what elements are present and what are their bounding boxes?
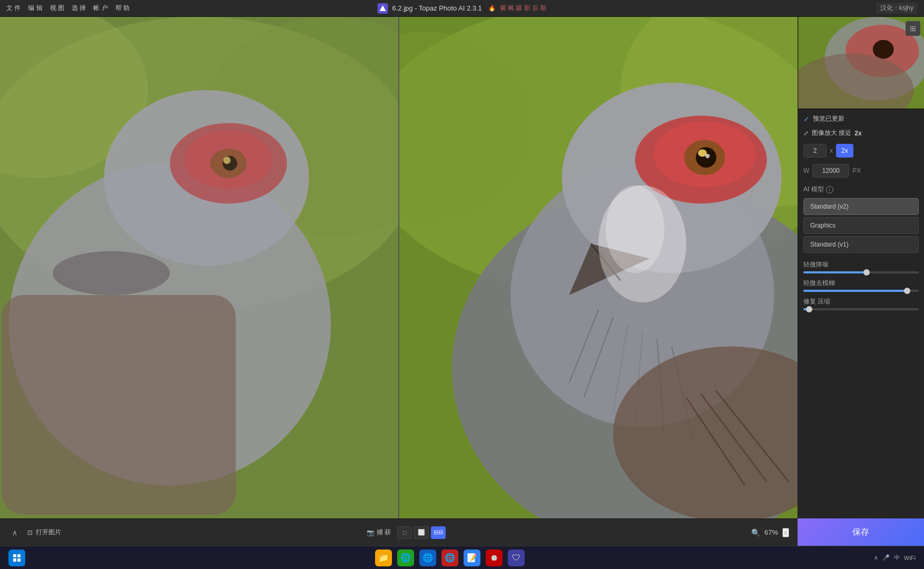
main-content: ⊞ ✓ 预览已更新 ⤢ 图像放大 接近 2x x 2x W	[0, 17, 924, 518]
blur-slider-track[interactable]	[803, 290, 919, 292]
toolbar-center: 📷 捕 获 □ ⬜ ⊟⊟	[367, 526, 446, 539]
compress-slider-thumb[interactable]	[806, 306, 812, 312]
taskbar-mic-icon: 🎤	[882, 554, 890, 561]
blur-slider-label: 轻微去模糊	[803, 279, 919, 288]
taskbar-center: 📁 🌐 🌐 🌐 📝 ⏺ 🛡	[375, 550, 525, 566]
capture-label: 捕 获	[377, 528, 391, 537]
svg-rect-51	[13, 558, 16, 562]
flame-icon: 🔥	[488, 5, 496, 12]
open-image-label: 打开图片	[36, 528, 61, 537]
collapse-toggle-button[interactable]: ∧	[8, 526, 21, 539]
taskbar-wifi: WiFi	[904, 555, 916, 561]
menu-account[interactable]: 帐 户	[93, 4, 107, 13]
ai-model-label: AI 模型 i	[803, 185, 919, 194]
taskbar-right: ∧ 🎤 中 WiFi	[874, 554, 916, 562]
width-unit: PX	[852, 167, 861, 174]
upscale-value: 2x	[854, 130, 861, 137]
info-icon[interactable]: i	[826, 186, 833, 193]
taskbar-browser-icon[interactable]: 🌐	[441, 550, 458, 566]
taskbar-lang: 中	[894, 554, 900, 562]
noise-slider-section: 轻微降噪	[803, 260, 919, 273]
window-title: 6.2.jpg - Topaz Photo AI 2.3.1	[392, 4, 482, 12]
windows-start-button[interactable]	[8, 550, 25, 566]
blur-slider-thumb[interactable]	[904, 288, 910, 294]
taskbar-record-icon[interactable]: ⏺	[486, 550, 503, 566]
canvas-area	[0, 17, 798, 518]
menu-select[interactable]: 选 择	[72, 4, 86, 13]
scale-2x-button[interactable]: 2x	[836, 144, 853, 158]
noise-slider-fill	[803, 271, 867, 273]
taskbar-topaz-icon[interactable]: 🛡	[508, 550, 525, 566]
bottom-row: ∧ ⊡ 打开图片 📷 捕 获 □ ⬜ ⊟⊟ 🔍 67%	[0, 518, 924, 546]
noise-slider-label: 轻微降噪	[803, 260, 919, 269]
upscale-label-row: ⤢ 图像放大 接近 2x	[803, 129, 919, 138]
scale-input[interactable]	[803, 144, 827, 158]
blur-slider-section: 轻微去模糊	[803, 279, 919, 292]
capture-icon: 📷	[367, 529, 375, 536]
save-button[interactable]: 保存	[798, 518, 924, 546]
bottom-toolbar: ∧ ⊡ 打开图片 📷 捕 获 □ ⬜ ⊟⊟ 🔍 67%	[0, 518, 798, 546]
svg-rect-50	[17, 554, 21, 557]
svg-point-47	[873, 40, 894, 59]
model-list: Standard (v2) Graphics Standard (v1)	[803, 198, 919, 253]
bottom-toolbar-container: ∧ ⊡ 打开图片 📷 捕 获 □ ⬜ ⊟⊟ 🔍 67%	[0, 518, 798, 546]
sidebar: ⊞ ✓ 预览已更新 ⤢ 图像放大 接近 2x x 2x W	[798, 17, 924, 518]
model-standard-v2[interactable]: Standard (v2)	[803, 198, 919, 215]
image-panel-after	[399, 17, 798, 518]
taskbar-left	[8, 550, 25, 566]
menu-bar: 文 件 编 辑 视 图 选 择 帐 户 帮 助	[6, 4, 130, 13]
view-buttons: □ ⬜ ⊟⊟	[397, 526, 446, 539]
app-title: 6.2.jpg - Topaz Photo AI 2.3.1 🔥 紫 枫 摄 影…	[378, 3, 547, 14]
sidebar-controls: ✓ 预览已更新 ⤢ 图像放大 接近 2x x 2x W PX	[798, 109, 924, 518]
scale-controls: x 2x	[803, 144, 919, 158]
svg-marker-0	[380, 5, 386, 11]
taskbar-arrow-up[interactable]: ∧	[874, 554, 878, 561]
menu-file[interactable]: 文 件	[6, 4, 21, 13]
model-graphics[interactable]: Graphics	[803, 217, 919, 234]
upscale-label-text: 图像放大 接近	[812, 129, 851, 138]
taskbar-files-icon[interactable]: 📁	[375, 550, 392, 566]
zoom-icon: 🔍	[751, 528, 760, 537]
scale-x-label: x	[830, 147, 833, 154]
image-panel-before	[0, 17, 399, 518]
noise-slider-thumb[interactable]	[863, 269, 870, 276]
blur-slider-fill	[803, 290, 907, 292]
menu-view[interactable]: 视 图	[50, 4, 64, 13]
compress-slider-section: 修复 压缩	[803, 297, 919, 310]
zoom-expand-button[interactable]: ∧	[782, 528, 789, 537]
expand-icon: ⤢	[803, 130, 809, 137]
svg-point-27	[705, 154, 710, 158]
titlebar: 文 件 编 辑 视 图 选 择 帐 户 帮 助 6.2.jpg - Topaz …	[0, 0, 924, 17]
view-compare-button[interactable]: ⊟⊟	[431, 526, 446, 539]
app-logo	[378, 3, 388, 14]
taskbar-chrome-icon[interactable]: 🌐	[397, 550, 414, 566]
thumbnail-zoom-icon[interactable]: ⊞	[906, 21, 920, 36]
zoom-level: 67%	[764, 528, 778, 536]
toolbar-left: ∧ ⊡ 打开图片	[8, 526, 61, 539]
check-icon: ✓	[803, 115, 810, 123]
taskbar-notes-icon[interactable]: 📝	[464, 550, 480, 566]
menu-help[interactable]: 帮 助	[115, 4, 130, 13]
noise-slider-track[interactable]	[803, 271, 919, 273]
toolbar-right: 🔍 67% ∧	[751, 528, 789, 537]
watermark-text: 紫 枫 摄 影 后 期	[500, 4, 547, 13]
svg-rect-49	[13, 554, 16, 557]
model-standard-v1[interactable]: Standard (v1)	[803, 236, 919, 253]
width-input[interactable]	[812, 164, 849, 178]
open-image-button[interactable]: ⊡ 打开图片	[27, 528, 61, 537]
width-label: W	[803, 167, 809, 174]
compress-slider-track[interactable]	[803, 308, 919, 310]
capture-button[interactable]: 📷 捕 获	[367, 528, 391, 537]
preview-status: ✓ 预览已更新	[803, 114, 919, 123]
view-split-button[interactable]: ⬜	[414, 526, 429, 539]
svg-rect-14	[0, 17, 398, 518]
thumbnail-area: ⊞	[798, 17, 924, 109]
menu-edit[interactable]: 编 辑	[28, 4, 42, 13]
windows-taskbar: 📁 🌐 🌐 🌐 📝 ⏺ 🛡 ∧ 🎤 中 WiFi	[0, 546, 924, 569]
compress-slider-label: 修复 压缩	[803, 297, 919, 306]
width-row: W PX	[803, 164, 919, 178]
preview-status-text: 预览已更新	[813, 114, 844, 123]
view-single-button[interactable]: □	[397, 526, 412, 539]
taskbar-edge-icon[interactable]: 🌐	[419, 550, 436, 566]
open-image-icon: ⊡	[27, 529, 33, 536]
